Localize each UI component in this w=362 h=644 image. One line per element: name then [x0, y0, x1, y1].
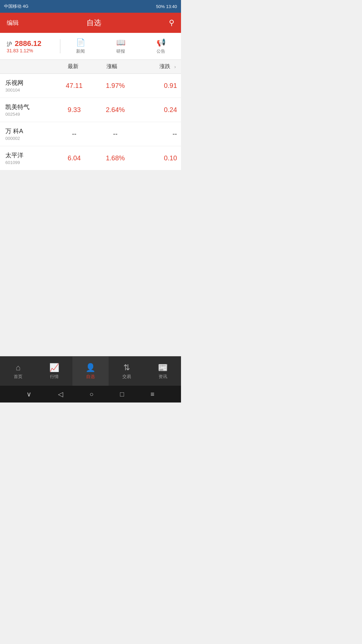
stock-code: 002549	[5, 112, 54, 117]
shortcut-news[interactable]: 📄 新闻	[76, 38, 85, 54]
announcement-icon: 📢	[157, 38, 166, 47]
main-content: 沪 2886.12 31.83 1.12% 📄 新闻 📖 研报 📢 公告	[0, 33, 181, 356]
toolbar: 编辑 自选 ⚲	[0, 13, 181, 33]
sys-back-btn[interactable]: ◁	[58, 390, 63, 398]
shortcut-announcement[interactable]: 📢 公告	[157, 38, 166, 54]
stock-code: 601099	[5, 160, 54, 165]
watchlist-icon: 👤	[85, 363, 96, 372]
nav-home[interactable]: ⌂ 首页	[0, 357, 36, 386]
sys-down-btn[interactable]: ∨	[26, 390, 32, 398]
carrier-label: 中国移动 4G	[4, 3, 28, 9]
market-label: 行情	[50, 374, 59, 380]
column-headers: 最新 涨幅 涨跌 ›	[0, 60, 181, 74]
status-bar: 中国移动 4G 50% 13:40	[0, 0, 181, 13]
index-change-val: 31.83	[7, 48, 18, 53]
empty-area	[0, 170, 181, 356]
stock-name: 万 科A	[5, 127, 54, 135]
stock-change-pct: 1.97%	[95, 82, 136, 90]
table-row[interactable]: 凯美特气 002549 9.33 2.64% 0.24	[0, 98, 181, 122]
nav-news[interactable]: 📰 资讯	[145, 357, 181, 386]
page-title: 自选	[86, 18, 101, 28]
sys-home-btn[interactable]: ○	[89, 390, 94, 398]
home-icon: ⌂	[16, 363, 21, 372]
market-icon: 📈	[49, 363, 59, 372]
news-label: 新闻	[76, 48, 85, 54]
stock-change-val: 0.24	[136, 106, 181, 114]
market-index: 沪 2886.12 31.83 1.12%	[0, 39, 60, 53]
stock-code: 300104	[5, 88, 54, 93]
market-banner: 沪 2886.12 31.83 1.12% 📄 新闻 📖 研报 📢 公告	[0, 33, 181, 60]
index-change: 31.83 1.12%	[7, 48, 53, 53]
stock-change-val: 0.10	[136, 154, 181, 162]
nav-market[interactable]: 📈 行情	[36, 357, 72, 386]
time-label: 13:40	[166, 4, 177, 9]
status-right: 50% 13:40	[156, 4, 177, 9]
stock-code: 000002	[5, 136, 54, 141]
stock-name-col: 凯美特气 002549	[0, 103, 54, 117]
stock-name-col: 太平洋 601099	[0, 151, 54, 165]
table-row[interactable]: 万 科A 000002 -- -- --	[0, 122, 181, 146]
search-button[interactable]: ⚲	[169, 18, 174, 27]
trade-label: 交易	[122, 374, 131, 380]
trade-icon: ⇅	[123, 363, 130, 372]
news-nav-label: 资讯	[159, 374, 167, 380]
research-icon: 📖	[116, 38, 125, 47]
news-icon: 📄	[76, 38, 85, 47]
nav-watchlist[interactable]: 👤 自选	[72, 357, 109, 386]
market-shortcuts: 📄 新闻 📖 研报 📢 公告	[60, 38, 181, 54]
stock-change-pct: 1.68%	[95, 154, 136, 162]
nav-trade[interactable]: ⇅ 交易	[109, 357, 145, 386]
bottom-nav: ⌂ 首页 📈 行情 👤 自选 ⇅ 交易 📰 资讯	[0, 356, 181, 386]
sys-menu-btn[interactable]: ≡	[150, 390, 155, 398]
stock-latest: --	[54, 130, 95, 138]
stock-list: 乐视网 300104 47.11 1.97% 0.91 凯美特气 002549 …	[0, 74, 181, 170]
stock-latest: 47.11	[54, 82, 95, 90]
col-change-val-header: 涨跌	[131, 63, 174, 70]
stock-name-col: 乐视网 300104	[0, 79, 54, 93]
battery-label: 50%	[156, 4, 165, 9]
col-arrow: ›	[174, 64, 181, 69]
edit-button[interactable]: 编辑	[7, 19, 19, 27]
table-row[interactable]: 太平洋 601099 6.04 1.68% 0.10	[0, 146, 181, 170]
index-name: 沪	[7, 41, 12, 48]
stock-latest: 6.04	[54, 154, 95, 162]
stock-name: 太平洋	[5, 151, 54, 159]
col-latest-header: 最新	[54, 63, 93, 70]
stock-latest: 9.33	[54, 106, 95, 114]
index-change-pct: 1.12%	[20, 48, 33, 53]
col-change-pct-header: 涨幅	[93, 63, 131, 70]
sys-recent-btn[interactable]: □	[120, 390, 124, 398]
stock-change-pct: 2.64%	[95, 106, 136, 114]
announcement-label: 公告	[157, 48, 165, 54]
system-nav: ∨ ◁ ○ □ ≡	[0, 386, 181, 402]
table-row[interactable]: 乐视网 300104 47.11 1.97% 0.91	[0, 74, 181, 98]
shortcut-research[interactable]: 📖 研报	[116, 38, 125, 54]
stock-change-val: 0.91	[136, 82, 181, 90]
stock-change-val: --	[136, 130, 181, 138]
news-nav-icon: 📰	[158, 363, 168, 372]
home-label: 首页	[14, 374, 22, 380]
index-value: 2886.12	[15, 39, 42, 48]
watchlist-label: 自选	[86, 374, 95, 380]
stock-change-pct: --	[95, 130, 136, 138]
stock-name-col: 万 科A 000002	[0, 127, 54, 141]
research-label: 研报	[116, 48, 125, 54]
stock-name: 乐视网	[5, 79, 54, 87]
stock-name: 凯美特气	[5, 103, 54, 111]
